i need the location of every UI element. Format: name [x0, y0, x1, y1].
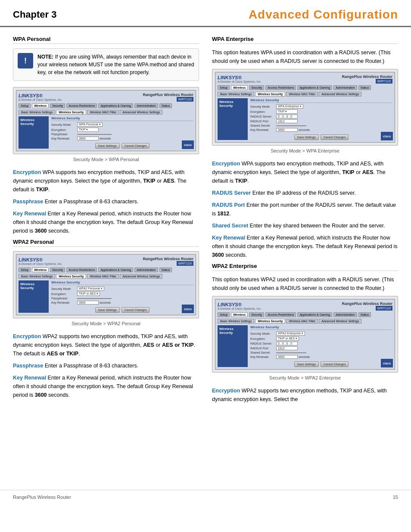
router-model: RangePlus Wireless Router: [143, 93, 193, 97]
note-text: NOTE: If you are using WPA, always remem…: [37, 53, 194, 76]
tab-security: Wireless Security: [56, 110, 86, 115]
wpa2-personal-caption: Security Mode > WPA2 Personal: [13, 321, 199, 326]
wpa2-passphrase: Passphrase Enter a Passphrase of 8-63 ch…: [13, 361, 199, 370]
nav-apps: Applications & Gaming: [98, 103, 133, 108]
wpa2-encryption: Encryption WPA2 supports two encryption …: [13, 332, 199, 358]
note-label: NOTE:: [37, 54, 53, 60]
shared-secret: Shared Secret Enter the key shared betwe…: [212, 221, 398, 230]
right-column: WPA Enterprise This option features WPA …: [212, 36, 398, 407]
left-column: WPA Personal ! NOTE: If you are using WP…: [13, 36, 199, 407]
wpa2-personal-screenshot: LINKSYS® A Division of Cisco Systems, In…: [13, 251, 199, 318]
page-header: Chapter 3 Advanced Configuration: [0, 0, 411, 27]
wpa-enterprise-caption: Security Mode > WPA Enterprise: [212, 148, 398, 153]
screenshot-header: LINKSYS® A Division of Cisco Systems, In…: [19, 93, 193, 102]
ss-tabs: Basic Wireless Settings Wireless Securit…: [19, 110, 193, 115]
ss-inner-wpa-ent: LINKSYS® A Division of Cisco Systems, In…: [215, 72, 395, 143]
wpa-personal-encryption: Encryption WPA supports two encryption m…: [13, 168, 199, 194]
wpa-ent-keyrenewal: Key Renewal Enter a Key Renewal period, …: [212, 233, 398, 259]
encryption-term: Encryption: [13, 169, 41, 175]
model-badge: WRT110: [177, 97, 193, 102]
wpa2-enterprise-intro: This option features WPA2 used in coordi…: [212, 275, 398, 292]
wpa2-enterprise-screenshot: LINKSYS® A Division of Cisco Systems, In…: [212, 296, 398, 373]
note-box: ! NOTE: If you are using WPA, always rem…: [13, 48, 199, 81]
wpa-enterprise-title: WPA Enterprise: [212, 36, 398, 44]
nav-status: Status: [159, 103, 172, 108]
nav-setup: Setup: [19, 103, 31, 108]
wpa2-personal-title: WPA2 Personal: [13, 239, 199, 247]
subsidiary-text: A Division of Cisco Systems, Inc.: [19, 98, 62, 101]
ss-buttons: Save Settings Cancel Changes: [51, 143, 193, 149]
tab-advanced: Advanced Wireless Settings: [120, 110, 162, 115]
wpa-enterprise-screenshot: LINKSYS® A Division of Cisco Systems, In…: [212, 69, 398, 146]
wpa2-keyrenewal: Key Renewal Enter a Key Renewal period, …: [13, 373, 199, 399]
note-body: If you are using WPA, always remember th…: [37, 54, 194, 75]
wpa-personal-screenshot: LINKSYS® A Division of Cisco Systems, In…: [13, 87, 199, 154]
page-footer: RangePlus Wireless Router 15: [0, 490, 411, 504]
linksys-logo: LINKSYS®: [19, 93, 62, 98]
ss-field-mode: Security Mode: WPA Personal ▾: [51, 122, 193, 127]
wpa-personal-passphrase: Passphrase Enter a Passphrase of 8-63 ch…: [13, 197, 199, 206]
screenshot-inner: LINKSYS® A Division of Cisco Systems, In…: [16, 90, 196, 151]
wpa2-ent-encryption: Encryption WPA2 supports two encryption …: [212, 386, 398, 404]
ss-nav: Setup Wireless Security Access Restricti…: [19, 103, 193, 108]
radius-port: RADIUS Port Enter the port number of the…: [212, 201, 398, 218]
ss-field-pass: Passphrase:: [51, 133, 193, 136]
ss-sidebar: WirelessSecurity: [19, 116, 49, 149]
tab-mac: Wireless MAC Filter: [87, 110, 119, 115]
tab-basic: Basic Wireless Settings: [19, 110, 55, 115]
note-icon: !: [18, 53, 33, 68]
footer-right: 15: [393, 495, 398, 500]
cancel-btn: Cancel Changes: [121, 143, 150, 149]
ss-field-enc: Encryption: TKIP ▾: [51, 128, 193, 132]
wpa-ent-encryption: Encryption WPA supports two encryption m…: [212, 159, 398, 185]
wpa2-enterprise-title: WPA2 Enterprise: [212, 263, 398, 271]
chapter-label: Chapter 3: [13, 9, 56, 20]
nav-wireless: Wireless: [32, 103, 49, 108]
wpa-personal-title: WPA Personal: [13, 36, 199, 44]
page-title: Advanced Configuration: [249, 8, 398, 22]
nav-access: Access Restrictions: [66, 103, 97, 108]
footer-left: RangePlus Wireless Router: [13, 495, 71, 500]
screenshot-inner-2: LINKSYS® A Division of Cisco Systems, In…: [16, 254, 196, 315]
nav-security: Security: [50, 103, 65, 108]
ss-inner-wpa2-ent: LINKSYS® A Division of Cisco Systems, In…: [215, 299, 395, 370]
wpa2-enterprise-caption: Security Mode > WPA2 Enterprise: [212, 375, 398, 380]
wpa-personal-keyrenewal: Key Renewal Enter a Key Renewal period, …: [13, 209, 199, 235]
save-btn: Save Settings: [95, 143, 120, 149]
wpa-enterprise-intro: This option features WPA used in coordin…: [212, 48, 398, 65]
ss-field-renewal: Key Renewal: 3600 seconds: [51, 137, 193, 140]
ss-main: Wireless Security Security Mode: WPA Per…: [51, 116, 193, 149]
main-content: WPA Personal ! NOTE: If you are using WP…: [0, 27, 411, 416]
wpa-personal-caption: Security Mode > WPA Personal: [13, 157, 199, 162]
tkip-bold: TKIP: [143, 178, 155, 184]
nav-admin: Administration: [134, 103, 158, 108]
radius-server: RADIUS Server Enter the IP address of th…: [212, 189, 398, 197]
ss-body: WirelessSecurity Wireless Security Secur…: [19, 116, 193, 149]
ss-logo-bottom: cisco: [182, 140, 194, 149]
ss-section-title: Wireless Security: [51, 116, 193, 121]
aes-bold: AES: [163, 178, 174, 184]
